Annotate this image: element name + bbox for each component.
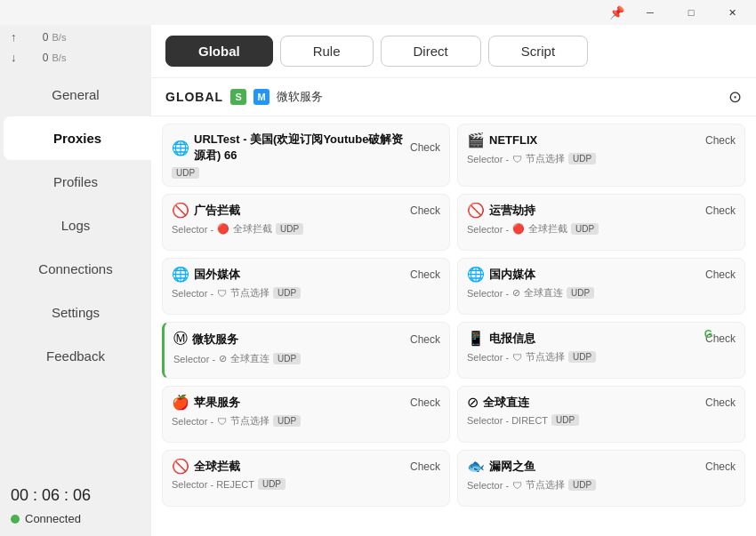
- card-top: 🚫 全球拦截 Check: [172, 458, 440, 475]
- connection-status: Connected: [0, 508, 151, 536]
- tab-global[interactable]: Global: [165, 36, 273, 67]
- sub-icon: 🔴: [217, 223, 229, 235]
- sub-prefix: Selector -: [467, 288, 509, 299]
- proxy-card-urltest[interactable]: 🌐 URLTest - 美国(欢迎订阅Youtube破解资源君) 66 Chec…: [162, 124, 450, 187]
- card-title: NETFLIX: [489, 133, 537, 147]
- card-title-row: 🎬 NETFLIX: [467, 132, 537, 148]
- card-icon: 🍎: [172, 394, 189, 411]
- card-title-row: 🌐 URLTest - 美国(欢迎订阅Youtube破解资源君) 66: [172, 132, 410, 164]
- status-label: Connected: [25, 512, 81, 525]
- proxy-card-ad-block[interactable]: 🚫 广告拦截 Check Selector - 🔴 全球拦截 UDP: [162, 194, 450, 251]
- proxy-card-fallback[interactable]: 🐟 漏网之鱼 Check Selector - 🛡 节点选择 UDP: [457, 450, 745, 507]
- card-sub: Selector - REJECT UDP: [172, 478, 440, 490]
- sidebar-item-profiles[interactable]: Profiles: [0, 160, 151, 204]
- tab-script[interactable]: Script: [488, 36, 588, 67]
- check-button[interactable]: Check: [705, 460, 736, 473]
- check-button[interactable]: Check: [410, 396, 440, 409]
- global-label: GLOBAL: [165, 90, 223, 104]
- proxy-card-microsoft[interactable]: Ⓜ 微软服务 Check Selector - ⊘ 全球直连 UDP: [162, 322, 450, 379]
- card-top: 🐟 漏网之鱼 Check: [467, 458, 736, 475]
- card-title-row: 📱 电报信息: [467, 330, 535, 347]
- proxy-card-global-direct[interactable]: ⊘ 全球直连 Check Selector - DIRECT UDP: [457, 386, 745, 443]
- card-title-row: 🐟 漏网之鱼: [467, 458, 535, 475]
- card-top: 🚫 广告拦截 Check: [172, 202, 440, 219]
- udp-tag: UDP: [273, 287, 301, 299]
- card-icon: Ⓜ: [173, 330, 188, 348]
- sidebar: ↑ 0 B/s ↓ 0 B/s General Proxies Profiles…: [0, 25, 151, 536]
- card-sub: Selector - 🛡 节点选择 UDP: [172, 286, 440, 300]
- card-title: 国内媒体: [489, 267, 535, 283]
- check-button[interactable]: Check: [410, 268, 440, 281]
- sub-prefix: Selector -: [172, 224, 213, 235]
- pin-button[interactable]: 📌: [609, 5, 624, 20]
- check-button[interactable]: Check: [705, 396, 736, 409]
- sidebar-item-general[interactable]: General: [0, 73, 151, 116]
- card-title-row: 🌐 国外媒体: [172, 266, 240, 283]
- check-button[interactable]: Check: [410, 333, 440, 346]
- sub-icon: 🛡: [512, 154, 522, 164]
- check-button[interactable]: Check: [410, 460, 440, 473]
- udp-tag: UDP: [568, 351, 596, 363]
- check-button[interactable]: Check: [705, 134, 736, 147]
- card-title-row: 🚫 广告拦截: [172, 202, 240, 219]
- sub-text: 节点选择: [526, 152, 565, 165]
- sidebar-item-proxies[interactable]: Proxies: [4, 116, 151, 160]
- card-sub: Selector - ⊘ 全球直连 UDP: [173, 352, 440, 365]
- card-top: 🍎 苹果服务 Check: [172, 394, 440, 411]
- sub-icon: 🛡: [217, 288, 227, 299]
- card-title-row: ⊘ 全球直连: [467, 394, 529, 411]
- minimize-button[interactable]: ─: [630, 0, 671, 25]
- upload-value: 0: [22, 31, 49, 44]
- close-button[interactable]: ✕: [712, 0, 752, 25]
- card-icon: 🌐: [172, 140, 189, 156]
- content-header: GLOBAL S M 微软服务 ⊙: [151, 78, 756, 116]
- proxy-card-overseas-media[interactable]: 🌐 国外媒体 Check Selector - 🛡 节点选择 UDP: [162, 258, 450, 315]
- udp-tag: UDP: [571, 223, 599, 235]
- sub-text: 节点选择: [526, 478, 565, 492]
- sidebar-nav: General Proxies Profiles Logs Connection…: [0, 66, 151, 479]
- udp-tag: UDP: [551, 414, 579, 426]
- time-display: 00 : 06 : 06: [0, 479, 151, 505]
- proxy-grid: 🌐 URLTest - 美国(欢迎订阅Youtube破解资源君) 66 Chec…: [151, 116, 756, 536]
- sub-text: 节点选择: [230, 414, 269, 428]
- card-title: 运营劫持: [489, 203, 535, 219]
- sidebar-item-settings[interactable]: Settings: [0, 291, 151, 334]
- card-title: URLTest - 美国(欢迎订阅Youtube破解资源君) 66: [194, 132, 410, 164]
- sub-text: 全球拦截: [528, 222, 567, 236]
- tab-rule[interactable]: Rule: [280, 36, 374, 67]
- udp-tag: UDP: [568, 153, 596, 164]
- sub-prefix: Selector -: [172, 288, 213, 299]
- card-sub: UDP: [172, 167, 440, 179]
- tab-direct[interactable]: Direct: [381, 36, 481, 67]
- proxy-card-domestic-media[interactable]: 🌐 国内媒体 Check Selector - ⊘ 全球直连 UDP: [457, 258, 745, 315]
- sidebar-item-connections[interactable]: Connections: [0, 247, 151, 291]
- proxy-card-isp-hijack[interactable]: 🚫 运营劫持 Check Selector - 🔴 全球拦截 UDP: [457, 194, 745, 251]
- sub-prefix: Selector -: [467, 224, 509, 235]
- proxy-row: 🌐 URLTest - 美国(欢迎订阅Youtube破解资源君) 66 Chec…: [162, 124, 745, 187]
- sub-prefix: Selector -: [173, 354, 215, 364]
- check-button[interactable]: Check: [705, 268, 736, 281]
- card-title: 微软服务: [192, 332, 238, 348]
- proxy-card-telegram[interactable]: 📱 电报信息 Check Selector - 🛡 节点选择 UDP G: [457, 322, 745, 379]
- sub-prefix: Selector -: [467, 480, 509, 491]
- card-top: 🚫 运营劫持 Check: [467, 202, 736, 219]
- badge-m: M: [253, 89, 269, 105]
- proxy-card-netflix[interactable]: 🎬 NETFLIX Check Selector - 🛡 节点选择 UDP: [457, 124, 745, 187]
- proxy-card-global-block[interactable]: 🚫 全球拦截 Check Selector - REJECT UDP: [162, 450, 450, 507]
- card-sub: Selector - 🛡 节点选择 UDP: [467, 478, 736, 492]
- card-sub: Selector - 🔴 全球拦截 UDP: [467, 222, 736, 236]
- check-button[interactable]: Check: [410, 204, 440, 217]
- card-icon: 📱: [467, 330, 485, 347]
- upload-unit: B/s: [52, 32, 67, 43]
- sub-prefix: Selector -: [467, 352, 509, 363]
- maximize-button[interactable]: □: [671, 0, 712, 25]
- card-icon: 🌐: [467, 266, 485, 283]
- proxy-row: 🌐 国外媒体 Check Selector - 🛡 节点选择 UDP 🌐 国: [162, 258, 745, 315]
- card-title: 电报信息: [489, 331, 535, 347]
- sidebar-item-feedback[interactable]: Feedback: [0, 334, 151, 378]
- proxy-card-apple[interactable]: 🍎 苹果服务 Check Selector - 🛡 节点选择 UDP: [162, 386, 450, 443]
- check-button[interactable]: Check: [705, 204, 736, 217]
- check-button[interactable]: Check: [410, 141, 440, 154]
- sidebar-item-logs[interactable]: Logs: [0, 204, 151, 247]
- sub-text: 全球直连: [230, 352, 269, 365]
